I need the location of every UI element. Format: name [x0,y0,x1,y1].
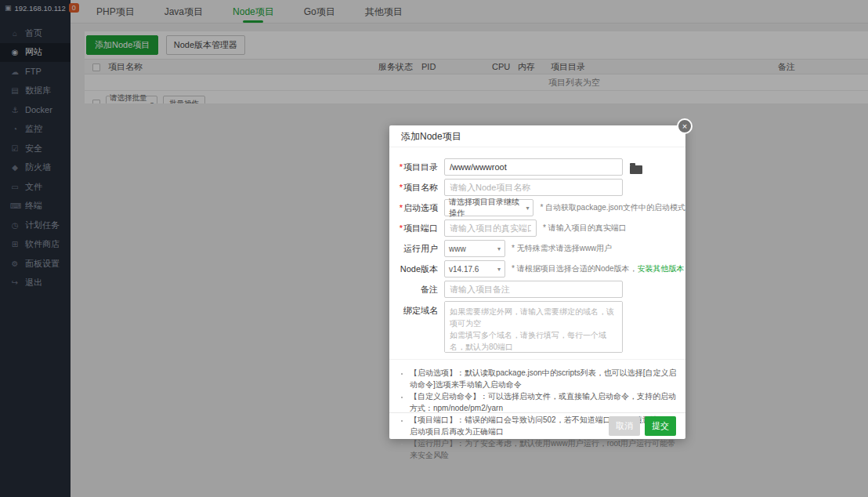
project-port-input[interactable] [444,219,537,237]
remark-input[interactable] [444,281,623,298]
form-row-project-name: *项目名称 [389,179,685,196]
start-option-helper: * 自动获取package.json文件中的启动模式 [540,202,685,213]
tip-custom-command: 【自定义启动命令】：可以选择启动文件，或直接输入启动命令，支持的启动方式：npm… [410,390,678,414]
run-user-label: 运行用户 [389,243,438,255]
form-row-start-option: *启动选项 请选择项目目录继续操作 ▾ * 自动获取package.json文件… [389,199,685,216]
close-icon[interactable]: × [677,118,693,134]
node-version-label: Node版本 [389,263,438,275]
run-user-value: www [449,245,466,253]
start-option-label: *启动选项 [389,202,438,214]
start-option-value: 请选择项目目录继续操作 [449,197,526,219]
modal-footer: 取消 提交 [389,412,685,439]
tip-run-user: 【运行用户】：为了安全考虑，默认使用www用户运行，root用户运行可能带来安全… [410,437,678,461]
run-user-select[interactable]: www ▾ [444,240,505,257]
form-row-run-user: 运行用户 www ▾ * 无特殊需求请选择www用户 [389,240,685,257]
project-name-label: *项目名称 [389,182,438,194]
bind-domain-label: 绑定域名 [389,305,438,317]
form-row-node-version: Node版本 v14.17.6 ▾ * 请根据项目选择合适的Node版本，安装其… [389,260,685,278]
modal-title: 添加Node项目 [389,125,685,147]
project-port-label: *项目端口 [389,223,438,234]
chevron-down-icon: ▾ [497,266,501,273]
tips-divider [389,359,685,360]
tip-start-option: 【启动选项】：默认读取package.json中的scripts列表，也可以选择… [410,367,678,390]
node-version-helper: * 请根据项目选择合适的Node版本，安装其他版本 [512,263,685,274]
folder-icon[interactable] [630,165,642,174]
add-node-project-modal: × 添加Node项目 *项目目录 *项目名称 *启动选项 请选择项目目录继续操作… [389,125,685,439]
remark-label: 备注 [389,284,438,296]
form-row-project-dir: *项目目录 [389,158,685,176]
project-dir-label: *项目目录 [389,161,438,173]
cancel-button[interactable]: 取消 [609,416,640,436]
form-row-remark: 备注 [389,281,685,298]
run-user-helper: * 无特殊需求请选择www用户 [512,243,612,254]
submit-button[interactable]: 提交 [645,416,676,436]
project-name-input[interactable] [444,179,623,196]
project-dir-input[interactable] [444,158,623,176]
project-port-helper: * 请输入项目的真实端口 [543,223,627,234]
install-other-version-link[interactable]: 安装其他版本 [638,264,685,273]
form-row-project-port: *项目端口 * 请输入项目的真实端口 [389,219,685,237]
form-row-bind-domain: 绑定域名 [389,301,685,353]
bind-domain-textarea[interactable] [444,301,623,353]
app-window: 192.168.10.112 0 首页 网站 FTP 数据库 Docker 监控… [0,0,868,497]
start-option-select[interactable]: 请选择项目目录继续操作 ▾ [444,199,533,216]
chevron-down-icon: ▾ [526,205,529,212]
node-version-select[interactable]: v14.17.6 ▾ [444,260,505,278]
chevron-down-icon: ▾ [497,245,501,252]
node-version-value: v14.17.6 [449,265,479,274]
